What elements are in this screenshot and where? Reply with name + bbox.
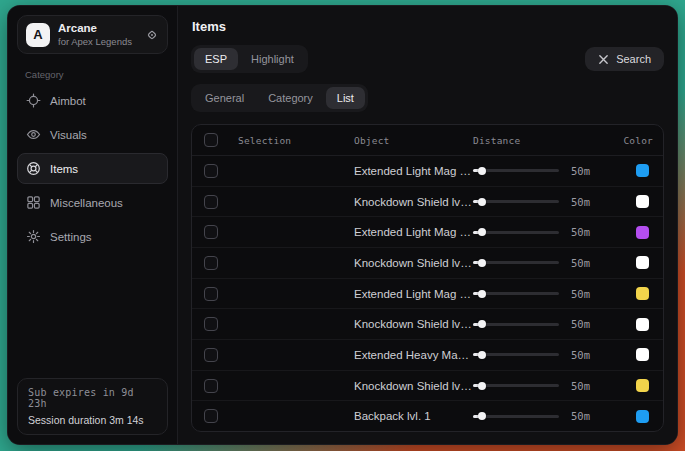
tab-list[interactable]: List <box>326 87 365 109</box>
tab-highlight[interactable]: Highlight <box>240 48 305 70</box>
grid-icon <box>26 195 41 210</box>
row-checkbox[interactable] <box>204 287 218 301</box>
color-swatch[interactable] <box>636 164 649 177</box>
column-object: Object <box>354 135 473 146</box>
search-button[interactable]: Search <box>585 47 664 71</box>
distance-value: 50m <box>571 380 617 392</box>
row-checkbox[interactable] <box>204 195 218 209</box>
distance-value: 50m <box>571 288 617 300</box>
sidebar-item-label: Visuals <box>50 129 87 141</box>
sidebar: A Arcane for Apex Legends Category Aimbo… <box>8 6 178 444</box>
sidebar-item-aimbot[interactable]: Aimbot <box>17 85 168 116</box>
shield-badge-icon <box>145 28 159 42</box>
app-subtitle: for Apex Legends <box>58 36 132 47</box>
column-selection: Selection <box>238 135 354 146</box>
slider-thumb[interactable] <box>478 382 486 390</box>
object-name: Knockdown Shield lvl. 1 <box>354 196 473 208</box>
distance-slider[interactable] <box>473 261 559 264</box>
color-swatch[interactable] <box>636 318 649 331</box>
slider-thumb[interactable] <box>478 351 486 359</box>
distance-slider[interactable] <box>473 415 559 418</box>
distance-value: 50m <box>571 226 617 238</box>
object-name: Extended Heavy Mag Level 1 <box>354 349 473 361</box>
subscription-expiry: Sub expires in 9d 23h <box>28 387 157 409</box>
table-row: Extended Light Mag Level 2 50m <box>192 156 663 186</box>
slider-thumb[interactable] <box>478 259 486 267</box>
slider-thumb[interactable] <box>478 290 486 298</box>
column-color: Color <box>623 135 653 146</box>
distance-slider[interactable] <box>473 323 559 326</box>
distance-slider[interactable] <box>473 231 559 234</box>
slider-thumb[interactable] <box>478 228 486 236</box>
table-body: Extended Light Mag Level 2 50m Knockdown… <box>192 156 663 431</box>
app-meta: Arcane for Apex Legends <box>58 22 132 47</box>
row-checkbox[interactable] <box>204 317 218 331</box>
distance-value: 50m <box>571 165 617 177</box>
sidebar-nav: Aimbot Visuals Items Miscellaneous Setti… <box>17 85 168 255</box>
object-name: Knockdown Shield lvl. 3 <box>354 318 473 330</box>
distance-slider[interactable] <box>473 384 559 387</box>
sidebar-item-label: Settings <box>50 231 92 243</box>
object-name: Knockdown Shield lvl. 4 <box>354 380 473 392</box>
distance-slider[interactable] <box>473 292 559 295</box>
app-logo: A <box>26 23 50 47</box>
search-label: Search <box>616 53 651 65</box>
column-distance: Distance <box>473 135 571 146</box>
session-duration: Session duration 3m 14s <box>28 414 157 426</box>
distance-slider[interactable] <box>473 169 559 172</box>
row-checkbox[interactable] <box>204 256 218 270</box>
object-name: Knockdown Shield lvl. 2 <box>354 257 473 269</box>
color-swatch[interactable] <box>636 287 649 300</box>
table-row: Backpack lvl. 1 50m <box>192 400 663 431</box>
tab-esp[interactable]: ESP <box>194 48 238 70</box>
category-label: Category <box>25 69 168 80</box>
row-checkbox[interactable] <box>204 409 218 423</box>
items-table: Selection Object Distance Color Extended… <box>191 124 664 432</box>
view-toolbar: GeneralCategoryList <box>191 84 664 112</box>
app-window: A Arcane for Apex Legends Category Aimbo… <box>8 6 677 444</box>
app-header-card: A Arcane for Apex Legends <box>17 15 168 54</box>
row-checkbox[interactable] <box>204 379 218 393</box>
app-name: Arcane <box>58 22 132 35</box>
main-panel: Items ESPHighlight Search GeneralCategor… <box>178 6 677 444</box>
row-checkbox[interactable] <box>204 348 218 362</box>
slider-thumb[interactable] <box>478 198 486 206</box>
sidebar-item-miscellaneous[interactable]: Miscellaneous <box>17 187 168 218</box>
table-row: Extended Light Mag Level 4 50m <box>192 278 663 309</box>
sidebar-item-settings[interactable]: Settings <box>17 221 168 252</box>
row-checkbox[interactable] <box>204 225 218 239</box>
color-swatch[interactable] <box>636 410 649 423</box>
slider-thumb[interactable] <box>478 320 486 328</box>
sidebar-item-visuals[interactable]: Visuals <box>17 119 168 150</box>
distance-value: 50m <box>571 349 617 361</box>
color-swatch[interactable] <box>636 226 649 239</box>
tab-category[interactable]: Category <box>257 87 324 109</box>
color-swatch[interactable] <box>636 195 649 208</box>
table-row: Knockdown Shield lvl. 4 50m <box>192 370 663 401</box>
sidebar-item-items[interactable]: Items <box>17 153 168 184</box>
feature-tab-group: ESPHighlight <box>191 45 308 73</box>
color-swatch[interactable] <box>636 256 649 269</box>
table-header: Selection Object Distance Color <box>192 125 663 156</box>
tab-general[interactable]: General <box>194 87 255 109</box>
page-title: Items <box>192 19 664 34</box>
slider-thumb[interactable] <box>478 167 486 175</box>
table-row: Extended Light Mag Level 3 50m <box>192 216 663 247</box>
color-swatch[interactable] <box>636 348 649 361</box>
color-swatch[interactable] <box>636 379 649 392</box>
sidebar-item-label: Items <box>50 163 78 175</box>
distance-value: 50m <box>571 410 617 422</box>
distance-slider[interactable] <box>473 353 559 356</box>
select-all-checkbox[interactable] <box>204 133 218 147</box>
table-row: Knockdown Shield lvl. 2 50m <box>192 247 663 278</box>
table-row: Extended Heavy Mag Level 1 50m <box>192 339 663 370</box>
object-name: Extended Light Mag Level 2 <box>354 165 473 177</box>
view-tab-group: GeneralCategoryList <box>191 84 368 112</box>
eye-icon <box>26 127 41 142</box>
table-row: Knockdown Shield lvl. 1 50m <box>192 186 663 217</box>
gear-icon <box>26 229 41 244</box>
slider-thumb[interactable] <box>478 412 486 420</box>
row-checkbox[interactable] <box>204 164 218 178</box>
distance-slider[interactable] <box>473 200 559 203</box>
object-name: Extended Light Mag Level 3 <box>354 226 473 238</box>
